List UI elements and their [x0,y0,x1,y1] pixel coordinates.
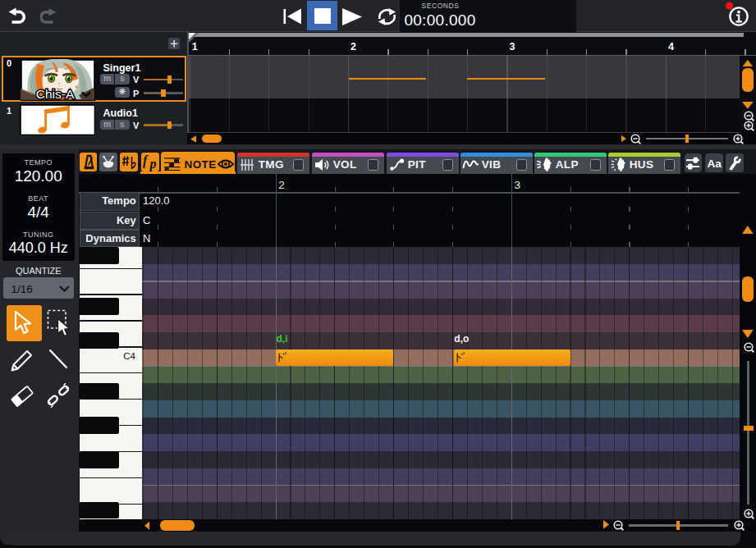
svg-text:Chis-A: Chis-A [35,86,74,100]
